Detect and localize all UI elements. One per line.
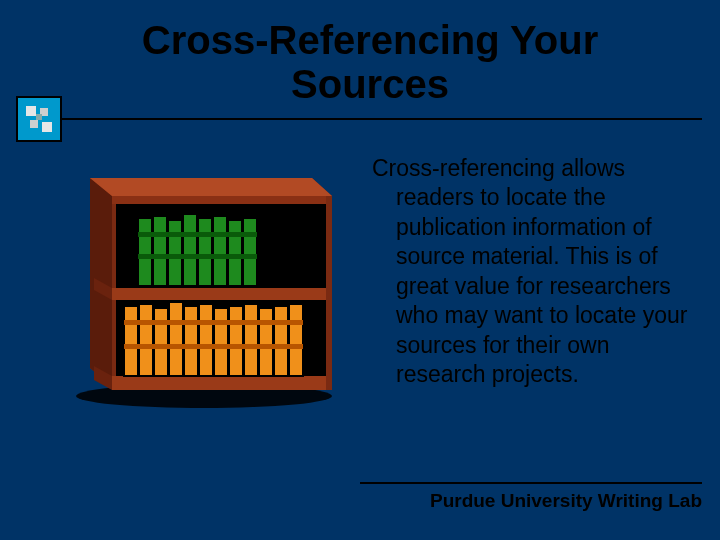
logo-icon — [16, 96, 62, 142]
svg-rect-28 — [214, 308, 228, 376]
footer-divider — [360, 482, 702, 484]
svg-rect-31 — [259, 308, 273, 376]
svg-rect-24 — [154, 308, 168, 376]
svg-rect-18 — [228, 220, 242, 286]
svg-rect-13 — [153, 216, 167, 286]
svg-rect-10 — [326, 196, 332, 390]
slide-title: Cross-Referencing Your Sources — [0, 0, 720, 106]
svg-rect-14 — [168, 220, 182, 286]
content-area: Cross-referencing allows readers to loca… — [54, 150, 688, 470]
footer-text: Purdue University Writing Lab — [430, 490, 702, 512]
svg-rect-17 — [213, 216, 227, 286]
slide: Cross-Referencing Your Sources — [0, 0, 720, 540]
body-remainder: readers to locate the publication inform… — [372, 183, 688, 389]
svg-rect-20 — [138, 232, 257, 237]
svg-rect-25 — [169, 302, 183, 376]
svg-rect-32 — [274, 306, 288, 376]
svg-rect-33 — [289, 304, 303, 376]
svg-rect-27 — [199, 304, 213, 376]
svg-rect-12 — [138, 218, 152, 286]
svg-rect-16 — [198, 218, 212, 286]
body-first-line: Cross-referencing allows — [372, 155, 625, 181]
svg-rect-29 — [229, 306, 243, 376]
svg-rect-30 — [244, 304, 258, 376]
svg-rect-23 — [139, 304, 153, 376]
svg-rect-35 — [124, 344, 303, 349]
svg-rect-4 — [112, 196, 332, 204]
svg-rect-34 — [124, 320, 303, 325]
bookshelf-icon — [54, 150, 354, 410]
body-text: Cross-referencing allows readers to loca… — [372, 150, 688, 470]
svg-rect-15 — [183, 214, 197, 286]
svg-marker-8 — [112, 376, 332, 390]
title-divider — [48, 118, 702, 120]
svg-rect-22 — [124, 306, 138, 376]
svg-marker-3 — [90, 178, 332, 196]
svg-rect-21 — [138, 254, 257, 259]
svg-rect-26 — [184, 306, 198, 376]
svg-rect-19 — [243, 218, 257, 286]
svg-marker-6 — [112, 288, 332, 300]
